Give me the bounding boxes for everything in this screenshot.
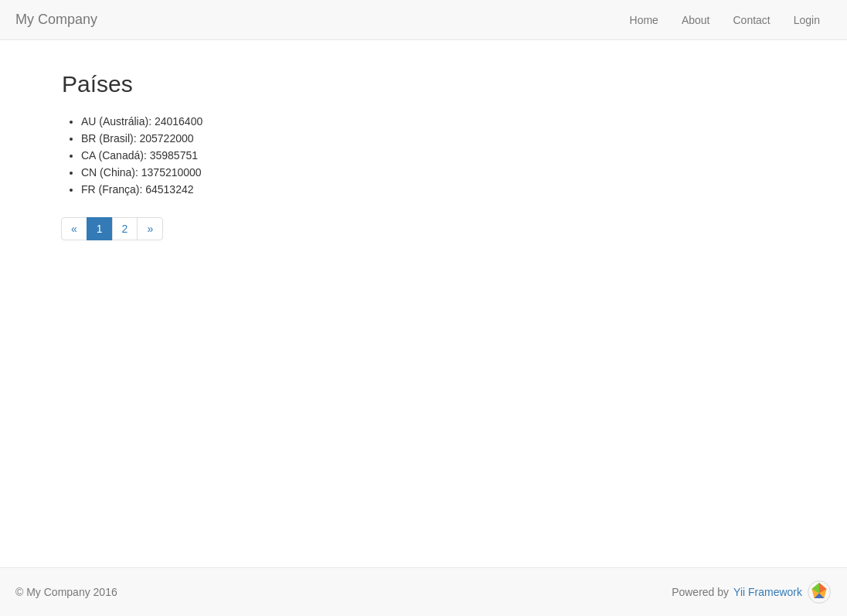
footer: © My Company 2016 Powered by Yii Framewo… — [0, 567, 847, 616]
yii-framework-link[interactable]: Yii Framework — [733, 586, 802, 598]
pagination-next[interactable]: » — [137, 217, 163, 240]
country-list: AU (Austrália): 24016400BR (Brasil): 205… — [62, 113, 832, 198]
footer-right: Powered by Yii Framework — [672, 580, 832, 604]
pagination-page-2[interactable]: 2 — [112, 217, 138, 240]
page-title: Países — [62, 71, 832, 97]
list-item: AU (Austrália): 24016400 — [81, 113, 832, 130]
navbar-link-home[interactable]: Home — [618, 2, 670, 38]
list-item: FR (França): 64513242 — [81, 181, 832, 198]
yii-logo-icon — [807, 580, 832, 604]
navbar-links: HomeAboutContactLogin — [618, 2, 832, 38]
pagination-page-1: 1 — [87, 217, 113, 240]
navbar-link-about[interactable]: About — [670, 2, 722, 38]
list-item: CN (China): 1375210000 — [81, 164, 832, 181]
list-item: BR (Brasil): 205722000 — [81, 130, 832, 147]
list-item: CA (Canadá): 35985751 — [81, 147, 832, 164]
footer-copyright: © My Company 2016 — [15, 586, 117, 598]
navbar: My Company HomeAboutContactLogin — [0, 0, 847, 40]
main-content: Países AU (Austrália): 24016400BR (Brasi… — [0, 40, 847, 567]
navbar-link-login[interactable]: Login — [782, 2, 832, 38]
pagination: «12» — [62, 217, 832, 240]
pagination-prev[interactable]: « — [61, 217, 87, 240]
footer-powered-by: Powered by — [672, 586, 729, 598]
navbar-brand[interactable]: My Company — [15, 12, 97, 28]
navbar-link-contact[interactable]: Contact — [721, 2, 781, 38]
